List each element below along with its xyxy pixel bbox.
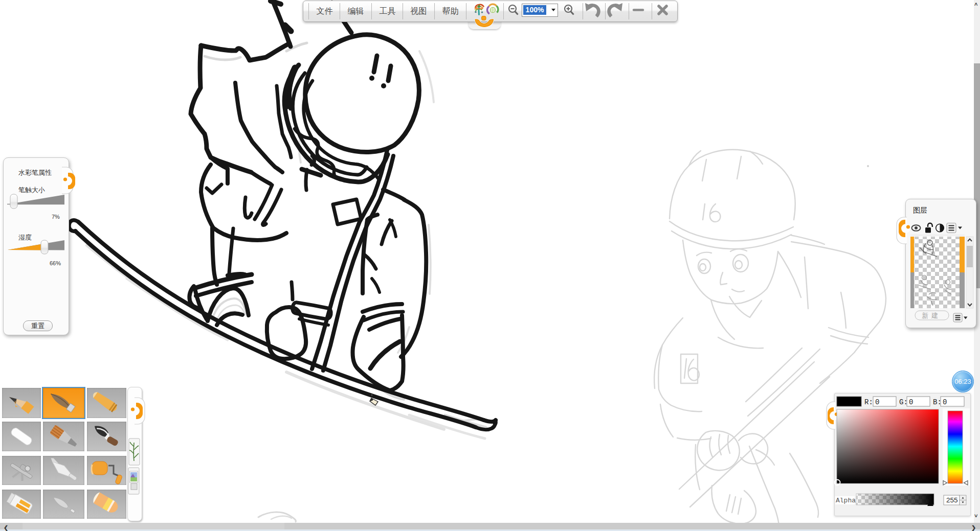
svg-text:G:: G:	[899, 398, 908, 406]
svg-text:R:: R:	[864, 398, 873, 406]
svg-text:B:: B:	[933, 398, 942, 406]
svg-text:0: 0	[875, 398, 879, 406]
svg-text:255: 255	[946, 496, 958, 504]
svg-text:新建: 新建	[922, 312, 941, 319]
svg-text:0: 0	[943, 398, 947, 406]
svg-text:Alpha: Alpha	[836, 497, 856, 504]
svg-text:0: 0	[909, 398, 913, 406]
